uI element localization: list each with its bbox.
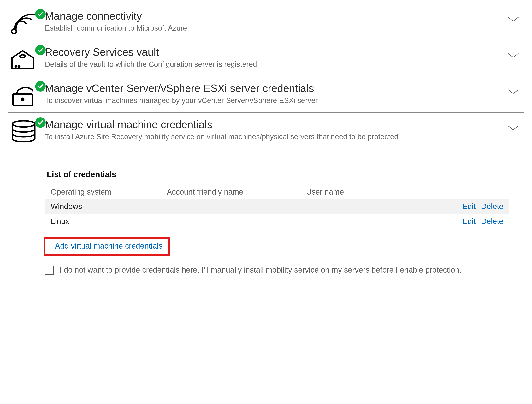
cell-user bbox=[306, 217, 422, 226]
section-desc: Establish communication to Microsoft Azu… bbox=[45, 23, 451, 33]
section-desc: Details of the vault to which the Config… bbox=[45, 59, 451, 69]
vault-icon bbox=[8, 46, 45, 71]
database-icon bbox=[8, 118, 45, 143]
opt-out-checkbox[interactable] bbox=[45, 266, 54, 275]
svg-point-6 bbox=[12, 121, 35, 127]
section-vm-credentials[interactable]: Manage virtual machine credentials To in… bbox=[8, 113, 524, 281]
delete-link[interactable]: Delete bbox=[481, 217, 503, 225]
chevron-down-icon[interactable] bbox=[505, 118, 522, 131]
col-user: User name bbox=[306, 188, 422, 196]
edit-link[interactable]: Edit bbox=[462, 202, 476, 211]
connectivity-icon bbox=[8, 10, 45, 34]
divider bbox=[45, 158, 509, 158]
section-title: Recovery Services vault bbox=[45, 46, 505, 58]
section-vcenter-credentials[interactable]: Manage vCenter Server/vSphere ESXi serve… bbox=[8, 77, 524, 113]
credentials-list-title: List of credentials bbox=[47, 170, 509, 179]
table-row: Linux Edit Delete bbox=[45, 214, 509, 229]
section-desc: To discover virtual machines managed by … bbox=[45, 96, 451, 105]
add-vm-credentials-link[interactable]: Add virtual machine credentials bbox=[55, 242, 163, 250]
cell-os: Windows bbox=[51, 202, 167, 211]
chevron-down-icon[interactable] bbox=[505, 82, 522, 95]
svg-point-2 bbox=[15, 65, 17, 67]
section-title: Manage connectivity bbox=[45, 10, 505, 22]
svg-point-3 bbox=[18, 65, 20, 67]
cell-friendly bbox=[167, 217, 306, 226]
check-badge-icon bbox=[35, 117, 46, 128]
table-header: Operating system Account friendly name U… bbox=[45, 185, 509, 199]
check-badge-icon bbox=[35, 45, 46, 55]
vm-credentials-body: List of credentials Operating system Acc… bbox=[45, 143, 509, 275]
svg-point-1 bbox=[20, 55, 25, 58]
section-manage-connectivity[interactable]: Manage connectivity Establish communicat… bbox=[8, 4, 524, 40]
section-desc: To install Azure Site Recovery mobility … bbox=[45, 132, 451, 142]
check-badge-icon bbox=[35, 9, 46, 19]
section-title: Manage vCenter Server/vSphere ESXi serve… bbox=[45, 82, 505, 95]
section-recovery-vault[interactable]: Recovery Services vault Details of the v… bbox=[8, 40, 524, 77]
table-row: Windows Edit Delete bbox=[45, 199, 509, 214]
add-credentials-highlight: Add virtual machine credentials bbox=[44, 237, 170, 256]
cell-friendly bbox=[167, 202, 306, 211]
col-friendly: Account friendly name bbox=[167, 188, 306, 196]
svg-point-0 bbox=[12, 29, 16, 34]
cell-user bbox=[306, 202, 422, 211]
credentials-table: Operating system Account friendly name U… bbox=[45, 185, 509, 229]
opt-out-label: I do not want to provide credentials her… bbox=[60, 265, 462, 275]
chevron-down-icon[interactable] bbox=[505, 10, 522, 22]
cell-os: Linux bbox=[51, 217, 167, 226]
delete-link[interactable]: Delete bbox=[481, 202, 503, 211]
check-badge-icon bbox=[35, 81, 46, 92]
config-server-page: Manage connectivity Establish communicat… bbox=[0, 0, 532, 289]
col-os: Operating system bbox=[51, 188, 167, 196]
chevron-down-icon[interactable] bbox=[505, 46, 522, 58]
section-title: Manage virtual machine credentials bbox=[45, 118, 505, 131]
svg-point-5 bbox=[21, 98, 24, 101]
opt-out-row[interactable]: I do not want to provide credentials her… bbox=[45, 265, 509, 275]
lock-icon bbox=[8, 82, 45, 107]
edit-link[interactable]: Edit bbox=[462, 217, 476, 225]
